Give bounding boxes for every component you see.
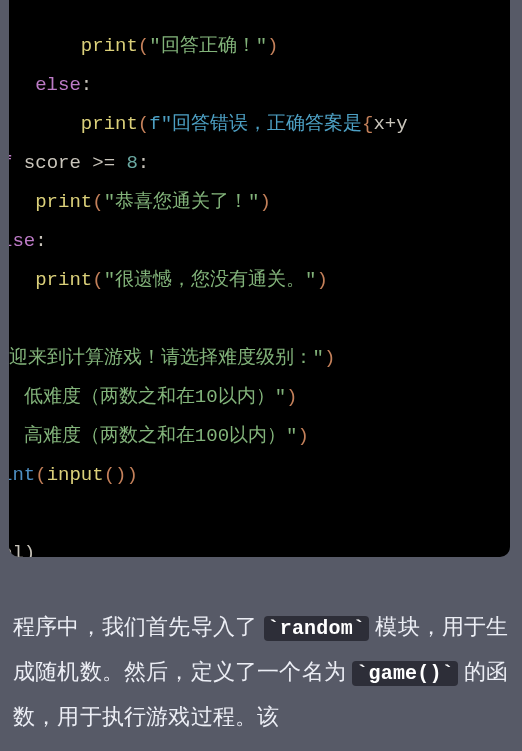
inline-code: `game()`: [352, 661, 458, 686]
code-line: print("回答正确！"): [9, 35, 278, 57]
description-text: 程序中，我们首先导入了 `random` 模块，用于生成随机数。然后，定义了一个…: [13, 605, 511, 738]
code-line: else:: [9, 74, 92, 96]
prose-text: 程序中，我们首先导入了: [13, 614, 264, 639]
code-block: print("回答正确！") else: print(f"回答错误，正确答案是{…: [9, 0, 510, 557]
code-line: if score >= 8:: [9, 152, 149, 174]
code-line: print("恭喜您通关了！"): [9, 191, 271, 213]
code-content: print("回答正确！") else: print(f"回答错误，正确答案是{…: [9, 0, 408, 557]
code-line: else:: [9, 230, 47, 252]
code-line: nt("欢迎来到计算游戏！请选择难度级别："): [9, 347, 335, 369]
code-line: nt("1. 低难度（两数之和在10以内）"): [9, 386, 297, 408]
code-line: e(level): [9, 542, 35, 557]
code-line: print("很遗憾，您没有通关。"): [9, 269, 328, 291]
code-line: print(f"回答错误，正确答案是{x+y: [9, 113, 408, 135]
code-line: nt("2. 高难度（两数之和在100以内）"): [9, 425, 309, 447]
code-line: el = int(input()): [9, 464, 138, 486]
inline-code: `random`: [264, 616, 370, 641]
